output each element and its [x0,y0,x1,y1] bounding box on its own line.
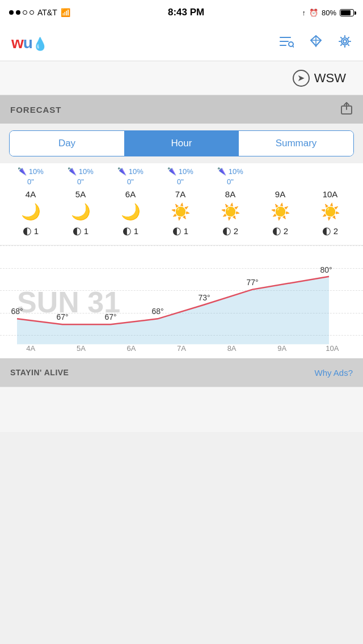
weather-icon: ☀️ [320,202,340,221]
wind-speed: 2 [284,226,288,236]
signal-dot-3 [23,10,27,15]
share-icon[interactable] [340,101,353,118]
temp-label: 67° [104,313,116,322]
precip-icon: 🌂 [67,167,77,176]
wind-direction: WSW [314,71,346,86]
weather-icon: 🌙 [121,202,141,221]
wind-speed: 1 [84,226,88,236]
axis-label: 9A [257,344,307,353]
wind-area: ➤ WSW [0,61,363,95]
battery-icon [340,9,354,16]
hour-label: 9A [275,189,285,199]
ad-bar: STAYIN' ALIVE Why Ads? [0,358,363,387]
settings-icon[interactable] [338,35,352,52]
ad-content [0,387,363,432]
signal-dots [9,10,34,15]
chart-area: SUN 31 68°67°67°68°73°77°80° 4A5A6A7A8A9… [0,245,363,358]
hour-col: 10A ☀️ ◐ 2 [305,163,355,240]
tab-hour[interactable]: Hour [124,131,239,156]
hour-label: 8A [225,189,235,199]
wind-col: ◐ 1 [23,224,39,237]
temp-label: 73° [198,293,210,302]
precip-amt: 0" [77,177,84,186]
precip-info: 🌂 10%0" [18,167,44,187]
wind-col: ◐ 1 [73,224,88,237]
temp-label: 80° [320,265,332,274]
chart-fill-area [17,277,329,344]
wind-arrow-icon: ◐ [222,224,231,237]
ad-title: STAYIN' ALIVE [10,368,69,377]
wind-arrow-icon: ◐ [322,224,331,237]
wifi-icon: 📶 [61,8,70,17]
wind-arrow-icon: ◐ [123,224,132,237]
status-bar: AT&T 📶 8:43 PM ↑ ⏰ 80% [0,0,363,25]
app-header: wu💧 [0,25,363,61]
tab-summary[interactable]: Summary [239,131,353,156]
wind-col: ◐ 1 [123,224,138,237]
compass-arrow: ➤ [297,73,305,83]
precip-info: 🌂 10%0" [117,167,143,187]
tab-hour-label: Hour [171,138,192,149]
axis-label: 4A [6,344,56,353]
wu-drop: 💧 [32,37,47,51]
precip-icon: 🌂 [18,167,27,176]
wind-col: ◐ 2 [222,224,238,237]
wind-speed: 1 [134,226,138,236]
why-ads-button[interactable]: Why Ads? [314,368,353,378]
temp-label: 68° [11,307,23,316]
temperature-chart: 68°67°67°68°73°77°80° [0,245,363,358]
forecast-title: FORECAST [10,105,62,115]
precip-pct: 10% [226,167,243,176]
weather-icon: ☀️ [271,202,290,221]
hour-col: 🌂 10%0" 5A 🌙 ◐ 1 [56,163,105,240]
signal-dot-4 [29,10,34,15]
weather-icon: ☀️ [171,202,191,221]
wind-speed: 2 [234,226,238,236]
axis-label: 6A [106,344,157,353]
alarm-icon: ⏰ [309,9,318,17]
battery-fill [341,10,351,15]
hourly-track: 🌂 10%0" 4A 🌙 ◐ 1 🌂 10%0" 5A 🌙 ◐ 1 🌂 10%0… [0,163,361,240]
axis-label: 8A [206,344,257,353]
time-display: 8:43 PM [168,7,204,18]
hour-col: 🌂 10%0" 4A 🌙 ◐ 1 [6,163,56,240]
precip-info: 🌂 10%0" [167,167,193,187]
wind-arrow-icon: ◐ [172,224,182,237]
battery-percent: 80% [322,9,336,17]
location-icon[interactable] [310,35,322,52]
hour-label: 6A [125,189,136,199]
signal-dot-2 [16,10,20,15]
wind-arrow-icon: ◐ [73,224,82,237]
temp-label: 77° [246,278,258,287]
tab-day[interactable]: Day [10,131,124,156]
precip-icon: 🌂 [117,167,126,176]
wind-col: ◐ 2 [322,224,338,237]
hourly-scroll[interactable]: 🌂 10%0" 4A 🌙 ◐ 1 🌂 10%0" 5A 🌙 ◐ 1 🌂 10%0… [0,163,363,245]
wind-arrow-icon: ◐ [272,224,281,237]
precip-info: 🌂 10%0" [67,167,94,187]
precip-amt: 0" [127,177,134,186]
location-arrow-icon: ↑ [302,9,306,17]
precip-icon: 🌂 [167,167,176,176]
tab-bar: Day Hour Summary [9,130,354,156]
hour-col: 🌂 10%0" 7A ☀️ ◐ 1 [155,163,205,240]
precip-icon: 🌂 [217,167,226,176]
hour-label: 5A [75,189,86,199]
wu-u: u [23,34,32,52]
precip-info [279,167,281,187]
precip-pct: 10% [126,167,143,176]
precip-amt: 0" [177,177,184,186]
search-icon[interactable] [279,35,294,51]
wind-speed: 2 [334,226,338,236]
carrier-label: AT&T [37,8,57,17]
status-right: ↑ ⏰ 80% [302,9,354,17]
precip-amt: 0" [27,177,34,186]
status-left: AT&T 📶 [9,8,70,17]
weather-icon: 🌙 [71,202,91,221]
axis-labels: 4A5A6A7A8A9A10A [0,344,363,353]
signal-dot-1 [9,10,14,15]
precip-amt: 0" [227,177,234,186]
svg-line-4 [293,46,294,48]
wind-arrow-icon: ◐ [23,224,32,237]
precip-pct: 10% [77,167,94,176]
